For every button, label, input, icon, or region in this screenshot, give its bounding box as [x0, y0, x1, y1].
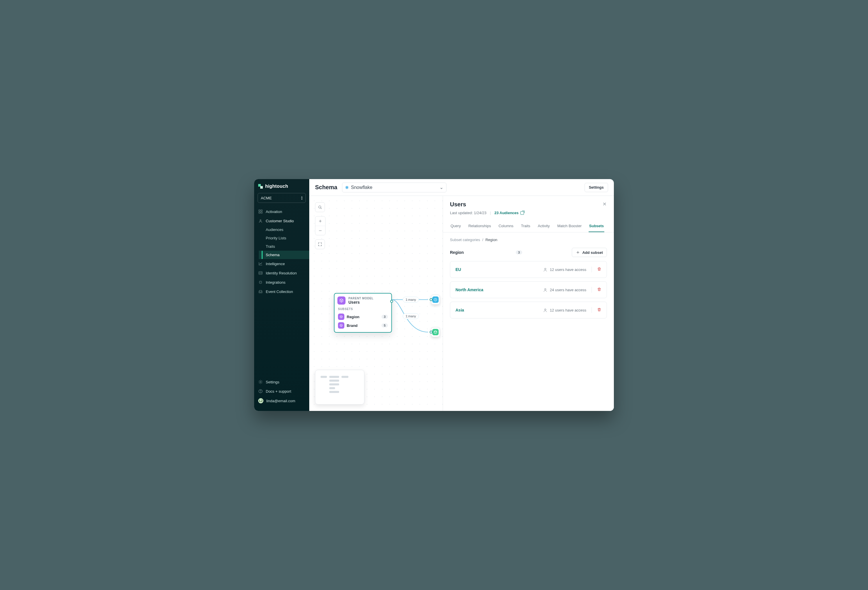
user-target-icon: [258, 218, 263, 223]
id-icon: [258, 271, 263, 275]
subsets-heading: SUBSETS: [338, 308, 388, 310]
model-name: Users: [348, 300, 373, 305]
sparkle-icon: [258, 280, 263, 285]
subset-card: North America 24 users have access: [450, 281, 607, 298]
nav-label: Intelligence: [266, 262, 285, 266]
svg-point-13: [545, 288, 546, 290]
canvas-minimap[interactable]: [315, 370, 365, 405]
brand-logo-icon: [258, 184, 263, 189]
user-email: linda@email.com: [266, 399, 295, 403]
port-west[interactable]: [430, 331, 433, 334]
plus-icon: [576, 250, 580, 255]
svg-point-12: [545, 268, 546, 269]
subset-row-region[interactable]: Region 3: [337, 312, 388, 321]
tab-traits[interactable]: Traits: [520, 220, 531, 232]
tab-columns[interactable]: Columns: [498, 220, 514, 232]
access-info: 12 users have access: [543, 308, 586, 312]
region-count: 3: [516, 250, 522, 255]
tab-subsets[interactable]: Subsets: [589, 220, 605, 232]
nav-label: Integrations: [266, 280, 285, 285]
source-select[interactable]: ✽ Snowflake ⌄: [342, 182, 446, 193]
tab-match-booster[interactable]: Match Booster: [557, 220, 582, 232]
avatar: LJ: [258, 398, 263, 403]
subset-name-link[interactable]: North America: [455, 287, 483, 292]
fit-view-button[interactable]: [315, 239, 325, 249]
nav-integrations[interactable]: Integrations: [254, 278, 309, 287]
subset-card: Asia 12 users have access: [450, 302, 607, 318]
subnav-customer-studio: Audiences Priority Lists Traits Schema: [254, 225, 309, 259]
close-panel-button[interactable]: [602, 202, 607, 207]
bottom-settings[interactable]: Settings: [254, 377, 309, 387]
breadcrumb: Subset categories / Region: [450, 238, 607, 242]
gear-icon: [258, 380, 263, 384]
subnav-priority-lists[interactable]: Priority Lists: [259, 234, 309, 242]
nav-label: Identity Resolution: [266, 271, 297, 275]
settings-button[interactable]: Settings: [585, 183, 608, 192]
subset-name-link[interactable]: Asia: [455, 308, 464, 312]
svg-point-7: [260, 381, 261, 383]
svg-point-4: [260, 220, 261, 221]
page-title: Schema: [315, 184, 337, 191]
workspace-name: ACME: [261, 196, 272, 200]
app-frame: hightouch ACME ▴▾ Activation Customer St…: [254, 179, 614, 411]
port-west[interactable]: [430, 298, 433, 301]
schema-canvas[interactable]: 1:many 1:many PARENT MODEL Users SUBSETS: [309, 196, 614, 411]
zoom-in-button[interactable]: [315, 216, 325, 226]
user-icon: [543, 308, 548, 312]
svg-rect-3: [261, 212, 262, 213]
chevron-down-icon: ⌄: [440, 185, 443, 190]
panel-title: Users: [450, 201, 466, 208]
divider: [592, 307, 592, 313]
grid-icon: [258, 209, 263, 214]
cube-icon: [338, 322, 344, 329]
audiences-link[interactable]: 23 Audiences: [495, 211, 524, 215]
delete-subset-button[interactable]: [597, 287, 601, 293]
subset-row-brand[interactable]: Brand 5: [337, 321, 388, 330]
nav-event-collection[interactable]: Event Collection: [254, 287, 309, 296]
tab-relationships[interactable]: Relationships: [468, 220, 492, 232]
canvas-toolbar: [315, 202, 326, 249]
related-node-green[interactable]: [431, 327, 440, 337]
nav-customer-studio[interactable]: Customer Studio: [254, 216, 309, 225]
parent-model-card[interactable]: PARENT MODEL Users SUBSETS Region 3 Bran…: [334, 293, 392, 333]
delete-subset-button[interactable]: [597, 308, 601, 313]
brand: hightouch: [254, 184, 309, 193]
panel-body: Subset categories / Region Region 3 Add …: [443, 232, 614, 411]
canvas-search-button[interactable]: [315, 202, 325, 212]
zoom-out-button[interactable]: [315, 226, 325, 235]
port-east[interactable]: [390, 300, 393, 303]
tab-activity[interactable]: Activity: [537, 220, 550, 232]
inbox-icon: [258, 289, 263, 294]
brand-name: hightouch: [265, 184, 288, 189]
subnav-audiences[interactable]: Audiences: [259, 225, 309, 234]
add-subset-button[interactable]: Add subset: [572, 248, 607, 257]
sidebar: hightouch ACME ▴▾ Activation Customer St…: [254, 179, 309, 411]
delete-subset-button[interactable]: [597, 267, 601, 272]
svg-rect-0: [259, 210, 260, 211]
tab-query[interactable]: Query: [450, 220, 461, 232]
search-icon: [318, 205, 322, 209]
subset-card: EU 12 users have access: [450, 261, 607, 278]
nav-intelligence[interactable]: Intelligence: [254, 259, 309, 268]
workspace-switcher[interactable]: ACME ▴▾: [258, 193, 306, 203]
detail-panel: Users Last updated: 1/24/23 | 23 Audienc…: [443, 196, 614, 411]
subnav-schema[interactable]: Schema: [259, 251, 309, 259]
bottom-user[interactable]: LJ linda@email.com: [254, 396, 309, 406]
nav-activation[interactable]: Activation: [254, 207, 309, 216]
subnav-traits[interactable]: Traits: [259, 242, 309, 251]
region-header: Region 3 Add subset: [450, 248, 607, 257]
bottom-docs[interactable]: Docs + support: [254, 387, 309, 396]
source-name: Snowflake: [351, 185, 372, 190]
subset-name-link[interactable]: EU: [455, 267, 461, 272]
nav-identity-resolution[interactable]: Identity Resolution: [254, 268, 309, 278]
breadcrumb-root[interactable]: Subset categories: [450, 238, 480, 242]
related-node-blue[interactable]: [431, 295, 440, 305]
close-icon: [602, 202, 607, 206]
model-caption: PARENT MODEL: [348, 297, 373, 300]
user-icon: [543, 268, 548, 272]
count-badge: 3: [381, 315, 388, 319]
trash-icon: [597, 308, 601, 312]
svg-point-6: [260, 273, 261, 274]
main: Schema ✽ Snowflake ⌄ Settings: [309, 179, 614, 411]
minus-icon: [318, 229, 322, 233]
